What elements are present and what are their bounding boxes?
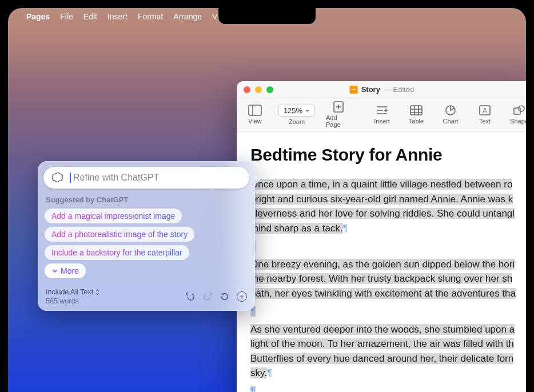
zoom-value: 125% [284,106,302,115]
pages-document-window: Story — Edited View 125% Zoom [237,81,526,392]
toolbar-view[interactable]: View [242,105,268,125]
suggestion-chip[interactable]: Include a backstory for the caterpillar [45,245,189,260]
word-count: 585 words [46,297,100,306]
pie-chart-icon [444,105,457,116]
chevron-down-icon [305,108,310,113]
document-title[interactable]: Story — Edited [350,85,415,94]
menu-insert[interactable]: Insert [107,12,127,21]
paragraph-2: One breezy evening, as the golden sun di… [250,257,526,301]
toolbar-insert[interactable]: Insert [369,105,394,125]
add-button[interactable]: + [237,291,247,302]
pilcrow-icon: ¶ [250,386,256,393]
close-window-button[interactable] [244,86,250,93]
menu-format[interactable]: Format [138,12,163,21]
app-menu-pages[interactable]: Pages [26,12,50,21]
toolbar-zoom[interactable]: 125% Zoom [277,105,317,125]
suggestion-chip[interactable]: Add a magical impressionist image [45,209,182,223]
suggestion-chip[interactable]: Add a photorealistic image of the story [45,227,194,242]
traffic-lights [244,86,273,93]
shape-icon [512,105,526,116]
redo-button[interactable] [202,291,213,302]
paragraph-1: Once upon a time, in a quaint little vil… [250,177,526,235]
toolbar-chart[interactable]: Chart [438,105,463,125]
pages-doc-icon [350,86,358,94]
toolbar-shape[interactable]: Shape [507,105,526,125]
chevron-down-icon [51,267,58,274]
chatgpt-logo-icon [51,171,64,184]
menu-arrange[interactable]: Arrange [173,12,202,21]
toolbar-text[interactable]: A Text [472,105,497,125]
laptop-notch [218,8,316,24]
zoom-window-button[interactable] [266,86,273,93]
edited-indicator: — Edited [384,85,414,94]
regenerate-button[interactable] [220,291,230,302]
suggested-by-label: Suggested by ChatGPT [46,195,247,204]
minimize-window-button[interactable] [255,86,262,93]
chatgpt-refine-panel: Suggested by ChatGPT Add a magical impre… [38,161,255,311]
document-name: Story [361,85,380,94]
document-canvas[interactable]: Bedtime Story for Annie Once upon a time… [237,131,526,392]
window-titlebar[interactable]: Story — Edited [237,81,526,98]
sidebar-icon [248,105,262,116]
toolbar-add-page[interactable]: Add Page [326,101,351,128]
pages-toolbar: View 125% Zoom Add Page [237,98,526,131]
refine-input-container[interactable] [43,167,249,189]
svg-point-19 [519,106,524,111]
svg-rect-0 [249,105,261,115]
menu-edit[interactable]: Edit [83,12,97,21]
menu-file[interactable]: File [60,12,73,21]
text-cursor [70,173,71,183]
include-scope-dropdown[interactable]: Include All Text [46,287,100,297]
more-suggestions-button[interactable]: More [45,263,86,278]
toolbar-table[interactable]: Table [404,105,429,125]
updown-icon [95,289,100,295]
paragraph-3: As she ventured deeper into the woods, s… [250,322,526,381]
svg-rect-10 [411,106,422,115]
insert-icon [375,105,389,116]
undo-button[interactable] [185,291,196,302]
page-title: Bedtime Story for Annie [250,145,526,165]
refine-input[interactable] [73,173,241,183]
svg-text:A: A [483,107,487,114]
table-icon [409,105,423,116]
plus-square-icon [332,101,345,113]
text-box-icon: A [478,105,492,116]
